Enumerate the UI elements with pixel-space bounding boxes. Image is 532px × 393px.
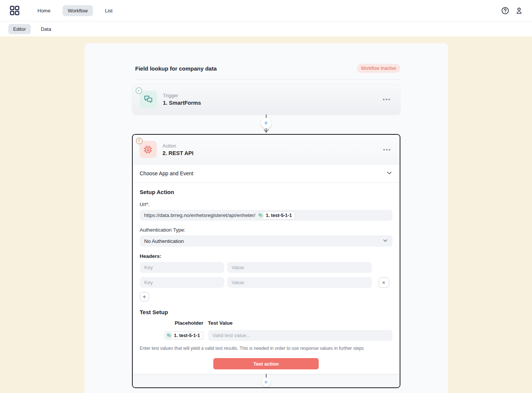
test-token-pill[interactable]: 1. test-5-1-1 [164,331,203,340]
url-token-label: 1. test-5-1-1 [266,213,292,218]
chevron-down-icon [386,170,393,177]
tab-data[interactable]: Data [36,24,56,34]
placeholder-column-header: Placeholder [140,320,204,326]
test-setup-column-headers: Placeholder Test Value [140,320,393,326]
test-value-input[interactable] [208,330,393,341]
user-icon[interactable] [515,7,523,15]
trigger-more-menu-icon[interactable]: ••• [381,95,393,104]
url-input[interactable]: https://data.brreg.no/enhetsregisteret/a… [140,210,393,221]
header-divider [135,79,400,80]
add-header-button[interactable]: + [140,292,149,301]
trigger-kind-label: Trigger [163,93,201,98]
choose-app-event-section[interactable]: Choose App and Event [133,164,400,183]
header-row [140,262,393,273]
main-nav: Home Workflow List [32,5,118,16]
auth-type-label: Authentication Type: [140,227,393,233]
header-value-input[interactable] [227,277,372,288]
header-row: × [140,277,393,288]
action-warning-badge-icon: ! [136,138,142,144]
action-kind-label: Action [163,143,193,149]
workflow-status-badge: Workflow Inactive [357,64,400,73]
url-value: https://data.brreg.no/enhetsregisteret/a… [144,212,255,218]
url-label: Url*: [140,202,393,207]
action-footer-strip: + [133,374,400,387]
setup-action-heading: Setup Action [140,189,393,195]
test-token-label: 1. test-5-1-1 [174,333,200,338]
test-setup-row: 1. test-5-1-1 [140,330,393,341]
trigger-success-badge-icon: ✓ [136,87,142,94]
header-value-input[interactable] [227,262,372,273]
nav-tab-home[interactable]: Home [32,5,56,16]
test-setup-heading: Test Setup [140,309,393,315]
workflow-title: Field lookup for company data [135,65,217,72]
header-key-input[interactable] [140,277,224,288]
rest-api-cpu-icon [139,141,157,158]
choose-app-event-label: Choose App and Event [140,170,193,176]
action-name: 2. REST API [163,150,193,156]
arrow-down-icon [264,127,269,134]
help-icon[interactable] [501,7,509,15]
action-node-header[interactable]: Action 2. REST API ••• [133,135,400,164]
smartforms-chat-icon [140,91,157,108]
remove-header-button[interactable]: × [379,277,389,288]
add-step-button[interactable]: + [262,378,271,387]
workflow-canvas: Field lookup for company data Workflow I… [0,36,532,393]
headers-label: Headers: [140,253,393,259]
nav-tab-list[interactable]: List [100,5,118,16]
token-chat-icon [166,333,172,339]
workflow-header: Field lookup for company data Workflow I… [132,64,400,73]
editor-subnav: Editor Data [0,21,532,36]
app-logo-icon[interactable] [10,6,19,15]
setup-action-section: Setup Action Url*: https://data.brreg.no… [133,183,400,369]
trigger-node-card[interactable]: ✓ Trigger 1. SmartForms ••• [132,84,400,114]
add-step-button[interactable]: + [261,118,271,128]
action-more-menu-icon[interactable]: ••• [382,145,393,154]
node-connector: + [132,114,400,134]
action-node-card: ! Action 2. REST API ••• [132,134,400,388]
tab-editor[interactable]: Editor [8,24,31,34]
auth-type-value: No Authentication [144,238,184,244]
top-navbar: Home Workflow List [0,0,532,21]
topnav-actions [501,7,523,15]
trigger-name: 1. SmartForms [163,100,201,106]
url-token-pill[interactable]: 1. test-5-1-1 [256,211,295,220]
nav-tab-workflow[interactable]: Workflow [63,5,93,16]
auth-type-select[interactable]: No Authentication [140,235,393,247]
chevron-down-icon [382,238,388,245]
header-key-input[interactable] [140,262,224,273]
test-setup-helper-text: Enter test values that will yield a vali… [140,346,393,351]
test-action-button[interactable]: Test action [213,358,319,369]
token-chat-icon [258,212,264,218]
workflow-board: Field lookup for company data Workflow I… [84,43,448,393]
test-value-column-header: Test Value [208,320,233,326]
